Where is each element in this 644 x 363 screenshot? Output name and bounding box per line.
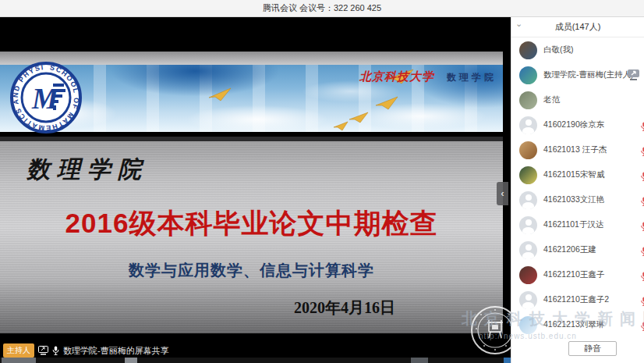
- member-mic-icon: [640, 295, 644, 304]
- college-name: 数理学院: [447, 71, 497, 84]
- slide-sky-banner: SCHOOL OF MATHEMATICS AND PHYSICS M: [0, 65, 503, 132]
- member-row[interactable]: 41621213刘翠琳: [511, 312, 644, 337]
- share-status-bar: 主持人 数理学院-曹丽梅的屏幕共享: [3, 343, 169, 358]
- member-row[interactable]: 41602190徐京东: [511, 112, 644, 137]
- avatar: [519, 241, 537, 259]
- member-name: 41621101于汉达: [543, 219, 603, 230]
- microphone-icon: [52, 346, 59, 355]
- member-row[interactable]: 41621206王建: [511, 237, 644, 262]
- host-badge: 主持人: [3, 343, 34, 358]
- member-name: 41621015宋智威: [543, 169, 604, 180]
- member-row[interactable]: 41621033文江艳: [511, 187, 644, 212]
- avatar: [519, 41, 537, 59]
- member-name: 数理学院-曹丽梅(主持人): [543, 69, 634, 80]
- slide-subtitle: 数学与应用数学、信息与计算科学: [0, 260, 503, 281]
- taskbar-thumbnail: [125, 358, 137, 363]
- member-name: 41621210王鑫子: [543, 269, 604, 280]
- college-calligraphy: 数理学院: [27, 154, 148, 186]
- avatar: [519, 316, 537, 334]
- member-mic-icon: [640, 120, 644, 130]
- member-row[interactable]: 41621015宋智威: [511, 162, 644, 187]
- member-name: 41621033文江艳: [543, 194, 604, 205]
- member-list[interactable]: 白敬(我) 数理学院-曹丽梅(主持人) 老范: [511, 37, 644, 337]
- avatar: [519, 266, 537, 284]
- avatar: [519, 116, 537, 134]
- mute-button[interactable]: 静音: [568, 341, 617, 356]
- slide-title: 2016级本科毕业论文中期检查: [0, 205, 503, 242]
- avatar: [519, 291, 537, 309]
- university-seal-watermark: [470, 305, 511, 355]
- member-name: 白敬(我): [543, 44, 574, 55]
- taskbar-thumbnail: [504, 358, 511, 363]
- banner-titles: 北京科技大学 数理学院: [359, 69, 497, 84]
- member-mic-icon: [640, 170, 644, 180]
- panel-collapse-handle[interactable]: ‹: [497, 182, 508, 205]
- member-name: 老范: [543, 94, 560, 105]
- taskbar-thumbnail: [2, 358, 36, 363]
- member-mic-icon: [640, 320, 644, 329]
- members-panel-header: ⌄ 成员(147人): [511, 17, 644, 37]
- taskbar-thumbnail: [411, 358, 428, 363]
- avatar: [519, 141, 537, 159]
- slide-body: 数理学院 2016级本科毕业论文中期检查 数学与应用数学、信息与计算科学 202…: [0, 137, 503, 333]
- share-status-text: 数理学院-曹丽梅的屏幕共享: [63, 345, 169, 357]
- screen-share-icon: [38, 346, 48, 355]
- members-count-header: 成员(147人): [555, 21, 601, 33]
- member-name: 41602190徐京东: [543, 119, 604, 130]
- tencent-meeting-window: 腾讯会议 会议号：322 260 425 SCHOOL OF MATHEMATI…: [0, 0, 644, 363]
- avatar: [519, 166, 537, 184]
- member-row[interactable]: 41621101于汉达: [511, 212, 644, 237]
- avatar: [519, 66, 537, 84]
- member-name: 41621013 汪子杰: [543, 144, 607, 155]
- member-name: 41621210王鑫子2: [543, 294, 609, 305]
- titlebar[interactable]: 腾讯会议 会议号：322 260 425: [0, 0, 644, 17]
- member-row[interactable]: 老范: [511, 87, 644, 112]
- member-row[interactable]: 41621210王鑫子2: [511, 287, 644, 312]
- member-mic-icon: [640, 220, 644, 230]
- university-name: 北京科技大学: [359, 69, 434, 84]
- screen-share-stage: SCHOOL OF MATHEMATICS AND PHYSICS M: [0, 17, 511, 363]
- member-mic-icon: [640, 195, 644, 205]
- slide-date: 2020年4月16日: [294, 297, 395, 319]
- member-row[interactable]: 白敬(我): [511, 37, 644, 62]
- taskbar-strip: [0, 358, 511, 363]
- member-mic-icon: [640, 145, 644, 155]
- avatar: [519, 216, 537, 234]
- member-sharing-icon: [627, 69, 640, 80]
- school-of-mathematics-logo: SCHOOL OF MATHEMATICS AND PHYSICS M: [10, 62, 82, 133]
- chevron-down-icon[interactable]: ⌄: [515, 19, 522, 29]
- member-mic-icon: [640, 245, 644, 254]
- member-name: 41621206王建: [543, 244, 596, 255]
- member-row[interactable]: 数理学院-曹丽梅(主持人): [511, 62, 644, 87]
- avatar: [519, 191, 537, 209]
- member-name: 41621213刘翠琳: [543, 319, 604, 330]
- avatar: [519, 91, 537, 109]
- meeting-title: 腾讯会议 会议号：322 260 425: [263, 2, 381, 14]
- member-row[interactable]: 41621210王鑫子: [511, 262, 644, 287]
- members-panel: ⌄ 成员(147人) 白敬(我) 数理学院-曹丽梅(主持人) 老范: [511, 17, 644, 363]
- member-mic-icon: [640, 270, 644, 279]
- member-row[interactable]: 41621013 汪子杰: [511, 137, 644, 162]
